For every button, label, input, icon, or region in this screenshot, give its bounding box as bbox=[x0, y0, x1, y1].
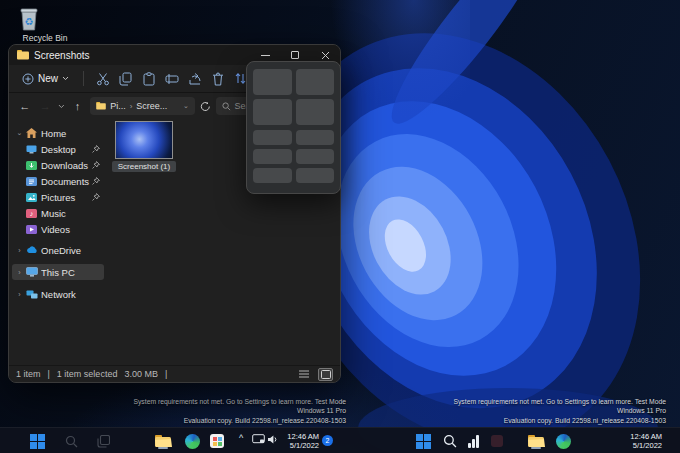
notification-badge[interactable]: 2 bbox=[322, 435, 333, 446]
sidebar-item-home[interactable]: ⌄ Home bbox=[12, 125, 104, 141]
maximize-icon bbox=[291, 51, 299, 59]
up-button[interactable]: ↑ bbox=[70, 100, 85, 112]
onedrive-icon bbox=[25, 246, 38, 254]
taskbar-edge-monitor2[interactable] bbox=[554, 432, 572, 450]
copy-button[interactable] bbox=[114, 68, 137, 90]
navigation-pane: ⌄ Home Desktop D bbox=[9, 119, 107, 365]
snap-layout-option[interactable] bbox=[253, 130, 292, 145]
clock-time: 12:46 AM bbox=[618, 432, 662, 442]
search-button[interactable] bbox=[62, 432, 80, 450]
rename-button[interactable] bbox=[160, 68, 183, 90]
active-app-indicator bbox=[158, 447, 168, 450]
forward-button[interactable]: → bbox=[37, 100, 52, 112]
clock-date: 5/1/2022 bbox=[618, 441, 662, 451]
taskbar-store-app[interactable] bbox=[208, 432, 226, 450]
start-button-monitor2[interactable] bbox=[414, 432, 432, 450]
taskbar: ^ 12:46 AM 5/1/2022 2 bbox=[0, 427, 680, 453]
delete-button[interactable] bbox=[206, 68, 229, 90]
sidebar-item-downloads[interactable]: Downloads bbox=[12, 157, 104, 173]
file-item[interactable]: Screenshot (1) bbox=[112, 121, 176, 172]
documents-folder-icon bbox=[25, 177, 38, 186]
refresh-icon[interactable] bbox=[200, 101, 211, 112]
breadcrumb-segment[interactable]: Scree... bbox=[136, 101, 167, 111]
breadcrumb[interactable]: Pi... › Scree... ⌄ bbox=[90, 97, 195, 115]
pin-icon bbox=[92, 193, 100, 201]
taskbar-file-explorer[interactable] bbox=[154, 432, 172, 450]
recent-locations-icon[interactable] bbox=[58, 104, 65, 109]
taskbar-pinned-app[interactable] bbox=[488, 432, 506, 450]
chevron-expanded-icon[interactable]: ⌄ bbox=[14, 129, 25, 137]
address-dropdown-icon[interactable]: ⌄ bbox=[183, 102, 189, 110]
snap-layout-option[interactable] bbox=[253, 69, 292, 95]
share-icon bbox=[188, 72, 202, 85]
watermark-line2: Windows 11 Pro bbox=[434, 406, 666, 416]
sidebar-item-pictures[interactable]: Pictures bbox=[12, 189, 104, 205]
back-icon: ← bbox=[19, 100, 30, 112]
music-folder-icon: ♪ bbox=[25, 209, 38, 218]
chevron-collapsed-icon[interactable]: › bbox=[14, 247, 25, 254]
taskbar-file-explorer-monitor2[interactable] bbox=[527, 432, 545, 450]
search-button-monitor2[interactable] bbox=[441, 432, 459, 450]
new-button[interactable]: New bbox=[15, 70, 76, 88]
snap-layout-option[interactable] bbox=[253, 149, 292, 164]
large-icons-view-icon bbox=[321, 370, 331, 379]
sidebar-item-label: Music bbox=[41, 208, 102, 219]
bloom-wallpaper bbox=[318, 0, 680, 453]
sidebar-item-videos[interactable]: Videos bbox=[12, 221, 104, 237]
details-view-button[interactable] bbox=[296, 368, 311, 381]
selection-size: 3.00 MB bbox=[124, 369, 158, 379]
back-button[interactable]: ← bbox=[17, 100, 32, 112]
taskbar-stats-app[interactable] bbox=[464, 432, 482, 450]
snap-layout-option[interactable] bbox=[296, 149, 335, 164]
task-view-button[interactable] bbox=[94, 432, 112, 450]
edge-icon bbox=[185, 434, 200, 449]
watermark-line3: Evaluation copy. Build 22598.ni_release.… bbox=[434, 416, 666, 426]
sidebar-item-label: Pictures bbox=[41, 192, 92, 203]
desktop: ♻ Recycle Bin System requirements not me… bbox=[0, 0, 680, 453]
sidebar-item-label: Network bbox=[41, 289, 102, 300]
selection-count: 1 item selected bbox=[57, 369, 118, 379]
breadcrumb-separator: › bbox=[130, 102, 133, 111]
clock-monitor1[interactable]: 12:46 AM 5/1/2022 bbox=[281, 432, 319, 451]
pinned-app-icon bbox=[491, 435, 503, 447]
snap-layouts-flyout bbox=[246, 61, 341, 194]
paste-button[interactable] bbox=[137, 68, 160, 90]
sidebar-item-desktop[interactable]: Desktop bbox=[12, 141, 104, 157]
snap-layout-option[interactable] bbox=[253, 99, 292, 125]
snap-layout-option[interactable] bbox=[296, 69, 335, 95]
sidebar-item-documents[interactable]: Documents bbox=[12, 173, 104, 189]
sidebar-item-label: Videos bbox=[41, 224, 102, 235]
active-app-indicator bbox=[531, 447, 541, 450]
chevron-collapsed-icon[interactable]: › bbox=[14, 269, 25, 276]
details-view-icon bbox=[299, 370, 309, 378]
snap-layout-option[interactable] bbox=[296, 130, 335, 145]
downloads-folder-icon bbox=[25, 161, 38, 170]
large-icons-view-button[interactable] bbox=[318, 368, 333, 381]
tray-chevron-up[interactable]: ^ bbox=[239, 433, 243, 443]
tray-display-icon[interactable] bbox=[252, 434, 265, 445]
minimize-icon bbox=[261, 55, 270, 56]
tray-volume-icon[interactable] bbox=[267, 434, 279, 445]
snap-layout-option[interactable] bbox=[296, 168, 335, 183]
start-icon bbox=[416, 434, 431, 449]
clock-monitor2[interactable]: 12:46 AM 5/1/2022 bbox=[618, 432, 662, 451]
search-icon bbox=[443, 434, 457, 448]
snap-layout-option[interactable] bbox=[253, 168, 292, 183]
watermark-monitor2: System requirements not met. Go to Setti… bbox=[434, 397, 666, 426]
clock-time: 12:46 AM bbox=[281, 432, 319, 442]
folder-icon bbox=[17, 50, 29, 60]
videos-folder-icon bbox=[25, 225, 38, 234]
taskbar-edge[interactable] bbox=[183, 432, 201, 450]
cut-button[interactable] bbox=[91, 68, 114, 90]
sidebar-item-onedrive[interactable]: › OneDrive bbox=[12, 242, 104, 258]
chevron-collapsed-icon[interactable]: › bbox=[14, 291, 25, 298]
pin-icon bbox=[92, 177, 100, 185]
share-button[interactable] bbox=[183, 68, 206, 90]
sidebar-item-this-pc[interactable]: › This PC bbox=[12, 264, 104, 280]
sidebar-item-network[interactable]: › Network bbox=[12, 286, 104, 302]
sidebar-item-music[interactable]: ♪ Music bbox=[12, 205, 104, 221]
recycle-bin[interactable]: ♻ Recycle Bin bbox=[16, 5, 74, 43]
snap-layout-option[interactable] bbox=[296, 99, 335, 125]
start-button[interactable] bbox=[28, 432, 46, 450]
breadcrumb-segment[interactable]: Pi... bbox=[110, 101, 126, 111]
